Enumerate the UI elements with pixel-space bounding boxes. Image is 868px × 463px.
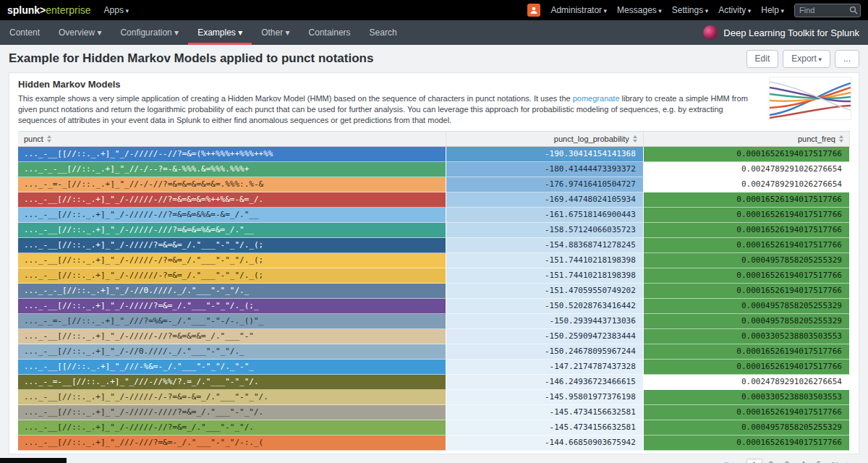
hmm-table: punct punct_log_probability punct_freq .… xyxy=(18,131,850,451)
punct-cell: ..._-_-_[//::._.+]_"_/-//0.////._/."___"… xyxy=(18,284,446,299)
table-row: ..._-__[//::._.+]_"_/-/////?=&=&=_/."___… xyxy=(18,238,850,253)
app-nav-other[interactable]: Other ▾ xyxy=(252,20,299,45)
col-header-punct[interactable]: punct xyxy=(18,132,446,146)
activity-label: Activity xyxy=(718,5,746,15)
footer-bar xyxy=(0,458,67,463)
table-header-row: punct punct_log_probability punct_freq xyxy=(18,132,850,147)
punct-cell: ..._-__[//::._.+]_"_/-/////-//?=&=&=&=%+… xyxy=(18,192,446,208)
logprob-cell: -150.2939443713036 xyxy=(446,314,644,329)
punct-cell: ..._-__[//::._.+]_"_/-/////?=&=_/."___"-… xyxy=(18,299,446,314)
freq-cell: 0.0004957858205255329 xyxy=(644,420,850,436)
app-nav-items: ContentOverview ▾Configuration ▾Examples… xyxy=(0,20,407,45)
logprob-cell: -169.44748024105934 xyxy=(446,192,644,208)
logprob-cell: -151.74410218198398 xyxy=(446,253,644,268)
example-thumbnail xyxy=(769,77,851,120)
hmm-panel: Hidden Markov Models This example shows … xyxy=(9,72,859,454)
freq-cell: 0.0024789291026276654 xyxy=(644,375,850,390)
page-header: Example for Hidden Markov Models applied… xyxy=(0,45,868,72)
table-row: ..._-__[//::._.+]_"_/-/////-//?=&=&=&=_/… xyxy=(18,329,850,344)
administrator-label: Administrator xyxy=(550,5,602,15)
pomegranate-link[interactable]: pomegranate xyxy=(573,94,620,103)
app-nav-examples[interactable]: Examples ▾ xyxy=(188,20,252,45)
page-2[interactable]: 2 xyxy=(764,459,778,463)
freq-cell: 0.00016526194017517766 xyxy=(644,208,850,223)
freq-cell: 0.00016526194017517766 xyxy=(644,238,850,253)
page-numbers: 12345 xyxy=(746,459,827,463)
freq-cell: 0.0004957858205255329 xyxy=(644,299,850,314)
splunk-logo[interactable]: splunk>enterprise xyxy=(7,4,91,16)
splunk-topbar: splunk>enterprise Apps Administrator Mes… xyxy=(0,0,868,20)
help-menu[interactable]: Help xyxy=(761,5,784,15)
prev-page: « Prev xyxy=(715,459,744,463)
table-row: ..._-__[//::._.+]_"_/-/////-////?=&=_/."… xyxy=(18,405,850,420)
app-nav-overview[interactable]: Overview ▾ xyxy=(49,20,111,45)
punct-cell: ..._-__[//::._.+]_"_/-/////-////?=&=_/."… xyxy=(18,405,446,420)
logprob-cell: -180.41444473393372 xyxy=(446,162,644,177)
table-row: ..._-__[//::._.+]_"_/-/////-//?=&=_/."__… xyxy=(18,420,850,436)
app-identity: Deep Learning Toolkit for Splunk xyxy=(703,20,868,45)
edit-button[interactable]: Edit xyxy=(746,50,779,68)
logo-enterprise-text: enterprise xyxy=(46,4,90,16)
table-row: ..._-__[//::._.+]_"_/-//////-?=&=_/."___… xyxy=(18,268,850,284)
freq-cell: 0.0024789291026276654 xyxy=(644,162,850,177)
punct-cell: ..._-__[//::._.+]_"_/-//0.////._/."___"-… xyxy=(18,344,446,360)
more-button[interactable]: ... xyxy=(835,50,859,68)
table-row: ..._-_=-_[//::._.+]_"_///?=%&=-_/."___"-… xyxy=(18,314,850,329)
logprob-cell: -150.52028763416442 xyxy=(446,299,644,314)
table-row: ..._-__[//::._.+]_"_/-/////-//?=&=&=&=%+… xyxy=(18,192,850,208)
user-avatar-badge[interactable] xyxy=(527,4,540,17)
col-header-freq[interactable]: punct_freq xyxy=(644,132,850,146)
export-button[interactable]: Export xyxy=(783,50,830,68)
logprob-cell: -145.4734156632581 xyxy=(446,405,644,420)
app-nav-bar: ContentOverview ▾Configuration ▾Examples… xyxy=(0,20,868,45)
messages-label: Messages xyxy=(617,5,657,15)
hmm-table-body: ..._-__[[//::._.+]_"_/-/////--//?=&=(%++… xyxy=(18,147,850,451)
page-1[interactable]: 1 xyxy=(746,459,762,463)
page-5[interactable]: 5 xyxy=(812,459,826,463)
search-icon xyxy=(849,6,858,14)
sort-icon xyxy=(47,135,51,143)
punct-cell: ..._-__[//::._.+]_"_///-///?=&=-_/."___"… xyxy=(18,436,446,451)
table-row: ..._-_-__[//::._.+]_"_//-/--?=-&-%%%.&=%… xyxy=(18,162,850,177)
app-nav-search[interactable]: Search xyxy=(360,20,407,45)
logprob-cell: -158.57124066035723 xyxy=(446,223,644,238)
find-search xyxy=(794,3,861,17)
logprob-cell: -146.24936723466615 xyxy=(446,375,644,390)
punct-cell: ..._-__[//::._.+]_"_/-/////-/?=&=_/."___… xyxy=(18,253,446,268)
activity-menu[interactable]: Activity xyxy=(718,5,751,15)
freq-cell: 0.00016526194017517766 xyxy=(644,147,850,162)
table-row: ..._-__[//::._.+]_"_/-/////-/-?=&=-&=_/.… xyxy=(18,390,850,405)
punct-cell: ..._-__[[//::._.+]_"_/-/////--//?=&=(%++… xyxy=(18,147,446,162)
logprob-cell: -147.2174787437328 xyxy=(446,360,644,375)
logprob-cell: -190.30414154141368 xyxy=(446,147,644,162)
app-title: Deep Learning Toolkit for Splunk xyxy=(723,27,859,38)
logprob-cell: -161.67518146900443 xyxy=(446,208,644,223)
sort-icon xyxy=(839,135,843,143)
apps-menu[interactable]: Apps xyxy=(104,5,129,15)
col-header-logprob[interactable]: punct_log_probability xyxy=(446,132,644,146)
apps-menu-label: Apps xyxy=(104,5,124,15)
freq-cell: 0.00016526194017517766 xyxy=(644,192,850,208)
next-page[interactable]: Next » xyxy=(829,459,858,463)
header-actions: Edit Export ... xyxy=(746,50,859,68)
freq-cell: 0.00016526194017517766 xyxy=(644,360,850,375)
settings-menu[interactable]: Settings xyxy=(672,5,708,15)
user-icon xyxy=(529,6,538,14)
page-4[interactable]: 4 xyxy=(796,459,810,463)
settings-label: Settings xyxy=(672,5,703,15)
col-header-punct-label: punct xyxy=(24,135,43,143)
app-avatar[interactable] xyxy=(703,25,718,40)
panel-description: This example shows a very simple applica… xyxy=(18,93,754,126)
table-row: ..._-__[//::._.+]_"_/-//0.////._/."___"-… xyxy=(18,344,850,360)
logprob-cell: -144.66850903675942 xyxy=(446,436,644,451)
messages-menu[interactable]: Messages xyxy=(617,5,662,15)
sort-icon xyxy=(633,135,637,143)
page-3[interactable]: 3 xyxy=(780,459,794,463)
freq-cell: 0.0004957858205255329 xyxy=(644,253,850,268)
app-nav-containers[interactable]: Containers xyxy=(299,20,360,45)
table-row: ..._-_-_[//::._.+]_"_/-//0.////._/."___"… xyxy=(18,284,850,299)
help-label: Help xyxy=(761,5,779,15)
app-nav-content[interactable]: Content xyxy=(0,20,49,45)
administrator-menu[interactable]: Administrator xyxy=(550,5,607,15)
app-nav-configuration[interactable]: Configuration ▾ xyxy=(111,20,188,45)
